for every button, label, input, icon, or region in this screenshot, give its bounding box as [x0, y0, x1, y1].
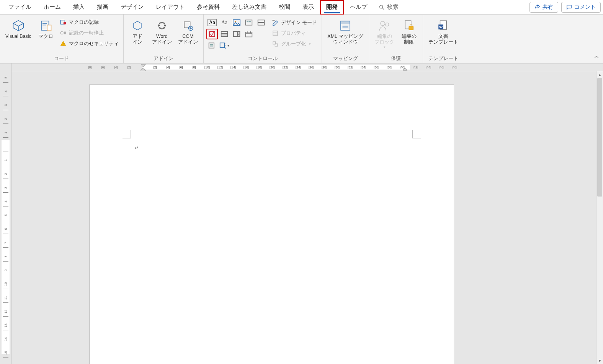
svg-rect-49 — [409, 26, 413, 30]
picture-control-button[interactable] — [231, 18, 242, 28]
chevron-down-icon-2: ▾ — [384, 45, 386, 49]
addins-button[interactable]: アド イン — [127, 18, 148, 46]
rich-text-control-button[interactable]: Aa — [207, 18, 217, 28]
tab-help[interactable]: ヘルプ — [344, 0, 373, 15]
tab-view[interactable]: 表示 — [296, 0, 320, 15]
group-protect-label: 保護 — [391, 55, 401, 62]
repeating-section-control-button[interactable] — [256, 18, 266, 28]
tab-home[interactable]: ホーム — [38, 0, 67, 15]
tab-developer[interactable]: 開発 — [320, 0, 344, 15]
comment-icon — [566, 4, 572, 10]
vruler-tick: 1 — [4, 155, 8, 166]
horizontal-ruler[interactable]: |8||6||4||2|||2||4||6||8||10||12||14||16… — [11, 63, 603, 71]
hruler-tick: |44| — [425, 65, 431, 70]
vruler-tick: 4 — [4, 86, 8, 97]
vruler-tick: 16 — [4, 361, 8, 364]
empty-cell-2 — [231, 41, 242, 50]
legacy-tools-dropdown[interactable]: ▾ — [219, 41, 230, 50]
building-block-control-button[interactable] — [243, 18, 254, 28]
empty-cell-1 — [256, 29, 266, 39]
paragraph-mark: ↵ — [135, 145, 139, 151]
tab-mailmerge[interactable]: 差し込み文書 — [226, 0, 273, 15]
document-page[interactable]: ↵ — [90, 85, 454, 364]
tab-review[interactable]: 校閲 — [273, 0, 296, 15]
svg-point-7 — [64, 22, 66, 24]
design-mode-label: デザイン モード — [281, 20, 317, 26]
legacy-forms-button[interactable] — [207, 41, 217, 50]
tab-strip: ファイル ホーム 挿入 描画 デザイン レイアウト 参考資料 差し込み文書 校閲… — [0, 0, 603, 15]
document-template-label: 文書 テンプレート — [428, 34, 458, 45]
xml-mapping-button[interactable]: XML マッピング ウィンドウ — [325, 18, 366, 46]
tab-file[interactable]: ファイル — [2, 0, 38, 15]
macro-security-button[interactable]: マクロのセキュリティ — [58, 39, 120, 48]
visual-basic-icon — [11, 18, 26, 33]
xml-mapping-label: XML マッピング ウィンドウ — [327, 34, 363, 45]
scroll-track[interactable] — [596, 78, 603, 357]
svg-point-46 — [381, 21, 385, 26]
record-macro-button[interactable]: マクロの記録 — [58, 18, 120, 27]
svg-rect-11 — [63, 43, 63, 44]
vruler-tick: 15 — [4, 348, 8, 359]
hruler-tick: |32| — [347, 65, 353, 70]
vruler-tick: 8 — [4, 251, 8, 262]
group-addins: アド イン Word アドイン COM アドイン アドイン — [124, 15, 204, 63]
tell-me-search[interactable]: 検索 — [373, 3, 404, 11]
pause-recording-icon — [60, 29, 67, 36]
group-controls-label2: コントロール — [248, 55, 278, 62]
collapse-ribbon-button[interactable] — [594, 54, 599, 61]
scroll-up-button[interactable]: ▲ — [596, 71, 603, 78]
pause-recording-label: 記録の一時停止 — [69, 30, 104, 36]
hruler-tick: |6| — [178, 65, 184, 70]
record-macro-label: マクロの記録 — [69, 19, 99, 26]
share-label: 共有 — [543, 4, 553, 11]
svg-point-8 — [60, 32, 63, 34]
scroll-down-button[interactable]: ▼ — [596, 357, 603, 364]
tab-layout[interactable]: レイアウト — [150, 0, 191, 15]
tab-design[interactable]: デザイン — [114, 0, 150, 15]
com-addins-label: COM アドイン — [178, 34, 198, 45]
svg-line-1 — [382, 8, 384, 10]
word-addins-icon — [155, 18, 169, 33]
document-template-button[interactable]: W 文書 テンプレート — [426, 18, 461, 46]
vruler-tick: 13 — [4, 320, 8, 331]
vruler-tick: 5 — [4, 210, 8, 221]
search-icon — [379, 4, 385, 10]
design-mode-button[interactable]: デザイン モード — [270, 18, 319, 28]
comment-button[interactable]: コメント — [561, 2, 601, 13]
pause-recording-button: 記録の一時停止 — [58, 28, 120, 37]
content-controls-gallery: Aa Aa ▾ — [207, 18, 266, 50]
hruler-tick: |10| — [204, 65, 210, 70]
date-picker-control-button[interactable] — [243, 29, 254, 39]
dropdown-control-button[interactable] — [231, 29, 242, 39]
word-addins-button[interactable]: Word アドイン — [150, 18, 174, 46]
properties-button: プロパティ — [270, 28, 319, 38]
vruler-tick: 9 — [4, 265, 8, 276]
tab-references[interactable]: 参考資料 — [191, 0, 226, 15]
macros-button[interactable]: マクロ — [35, 18, 57, 40]
tab-draw[interactable]: 描画 — [91, 0, 114, 15]
vruler-tick: 12 — [4, 306, 8, 317]
share-button[interactable]: 共有 — [529, 2, 558, 13]
plain-text-control-button[interactable]: Aa — [219, 18, 230, 28]
svg-rect-37 — [273, 31, 278, 36]
ribbon-developer: Visual Basic マクロ マクロの記録 記録の一時停止 — [0, 15, 603, 63]
scroll-thumb[interactable] — [597, 78, 602, 197]
tab-insert[interactable]: 挿入 — [67, 0, 91, 15]
checkbox-control-button[interactable] — [207, 29, 217, 39]
com-addins-button[interactable]: COM アドイン — [176, 18, 200, 46]
block-authors-button[interactable]: 編集の ブロック ▾ — [372, 18, 397, 50]
restrict-editing-button[interactable]: 編集の 制限 — [398, 18, 420, 46]
vertical-ruler[interactable]: 54321—12345678910111213141516 — [0, 63, 11, 364]
hruler-tick: |42| — [412, 65, 418, 70]
vertical-scrollbar[interactable]: ▲ ▼ — [596, 71, 603, 364]
hruler-tick: |12| — [217, 65, 223, 70]
hruler-tick: | — [139, 65, 145, 70]
hruler-tick: |30| — [334, 65, 340, 70]
visual-basic-button[interactable]: Visual Basic — [3, 18, 34, 40]
group-mapping: XML マッピング ウィンドウ マッピング — [322, 15, 369, 63]
document-scroll-area[interactable]: ↵ — [11, 71, 596, 364]
group-mapping-label: マッピング — [333, 55, 358, 62]
combobox-control-button[interactable] — [219, 29, 230, 39]
vruler-tick: 5 — [4, 72, 8, 83]
macro-security-label: マクロのセキュリティ — [69, 41, 119, 47]
